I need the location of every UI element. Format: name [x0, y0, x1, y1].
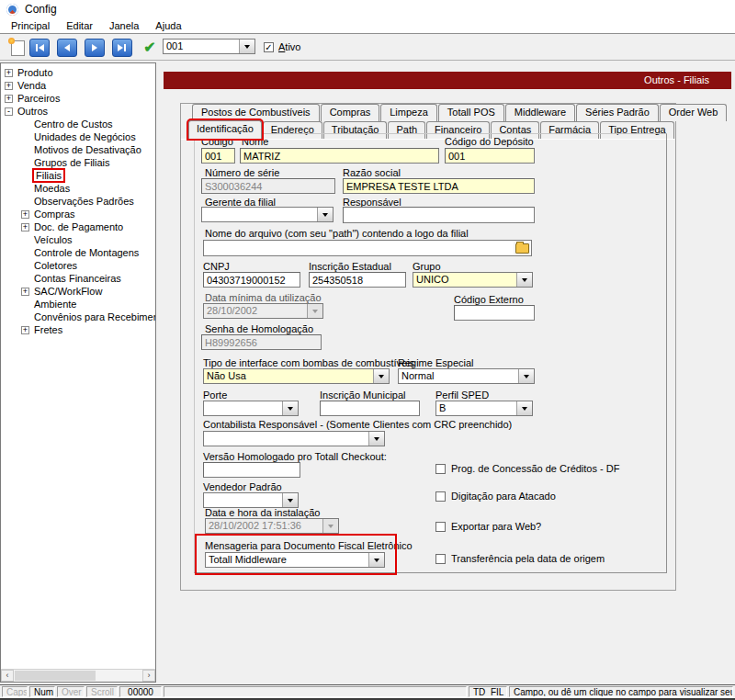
- last-record-icon: [118, 44, 123, 51]
- tab-identificacao[interactable]: Identificação: [188, 120, 262, 139]
- next-record-button[interactable]: [85, 39, 105, 57]
- scroll-indicator: Scroll: [86, 686, 118, 697]
- config-window: Config Principal Editar Janela Ajuda ✔ 0…: [0, 0, 735, 700]
- menu-bar: Principal Editar Janela Ajuda: [0, 18, 735, 34]
- scrollbar-thumb[interactable]: [15, 671, 96, 681]
- perfil-sped-combo[interactable]: B: [435, 401, 533, 416]
- expand-icon[interactable]: +: [21, 326, 29, 334]
- tree-item-ambiente[interactable]: Ambiente: [1, 298, 155, 310]
- record-selector-dropdown-button[interactable]: [239, 40, 254, 53]
- tab-totall-pos[interactable]: Totall POS: [438, 104, 504, 121]
- expand-icon[interactable]: +: [5, 82, 13, 90]
- menu-ajuda[interactable]: Ajuda: [147, 18, 189, 33]
- tree-item-compras[interactable]: +Compras: [1, 208, 155, 220]
- first-record-icon: [36, 44, 38, 51]
- contabilista-combo[interactable]: [203, 431, 385, 446]
- razao-social-field[interactable]: [343, 178, 535, 194]
- caps-indicator: Caps: [2, 686, 28, 697]
- chevron-down-icon: [322, 213, 328, 217]
- expand-icon[interactable]: +: [21, 288, 29, 296]
- chevron-down-icon: [522, 407, 527, 411]
- tree-item-motivos-de-desativacao[interactable]: Motivos de Desativação: [1, 143, 155, 156]
- chevron-down-icon: [379, 375, 384, 378]
- tree-item-fretes[interactable]: +Fretes: [1, 323, 155, 336]
- tree-item-parceiros[interactable]: +Parceiros: [1, 92, 155, 105]
- expand-icon[interactable]: +: [5, 95, 13, 103]
- numero-serie-label: Número de série: [205, 168, 279, 178]
- logo-filial-field[interactable]: [203, 240, 532, 256]
- tree-item-unidades-de-negocios[interactable]: Unidades de Negócios: [1, 130, 155, 143]
- nome-field[interactable]: [240, 148, 439, 164]
- prog-concessao-checkbox[interactable]: Prog. de Concessão de Créditos - DF: [435, 463, 619, 474]
- scroll-left-icon[interactable]: ‹: [1, 670, 14, 682]
- inscricao-municipal-field[interactable]: [320, 401, 420, 416]
- mensageria-label: Mensageria para Documento Fiscal Eletrôn…: [205, 541, 413, 551]
- cnpj-field[interactable]: [203, 272, 300, 288]
- tree-item-controle-de-montagens[interactable]: Controle de Montagens: [1, 246, 155, 259]
- vendedor-padrao-combo[interactable]: [203, 492, 299, 508]
- tab-series-padrao[interactable]: Séries Padrão: [576, 104, 659, 121]
- tree-item-moedas[interactable]: Moedas: [1, 182, 155, 195]
- tree-item-venda[interactable]: +Venda: [1, 79, 155, 92]
- new-record-button[interactable]: [7, 39, 28, 57]
- porte-combo[interactable]: [203, 401, 299, 416]
- scroll-right-icon[interactable]: ›: [142, 670, 155, 682]
- codigo-deposito-label: Código do Depósito: [445, 137, 534, 147]
- previous-record-button[interactable]: [57, 39, 77, 57]
- codigo-deposito-field[interactable]: [445, 148, 535, 164]
- tree-item-centro-de-custos[interactable]: Centro de Custos: [1, 118, 155, 130]
- tab-row-1: Postos de Combustíveis Compras Limpeza T…: [181, 104, 675, 121]
- tab-middleware[interactable]: Middleware: [505, 104, 575, 121]
- tree-item-convenios[interactable]: Convênios para Recebimentos c: [1, 310, 155, 323]
- menu-principal[interactable]: Principal: [3, 18, 58, 33]
- selected-tree-item-annotation: Filiais: [34, 170, 63, 181]
- cnpj-label: CNPJ: [203, 262, 230, 272]
- chevron-down-icon: [312, 310, 318, 313]
- checkbox-checked-icon: ✓: [264, 42, 274, 52]
- codigo-externo-field[interactable]: [454, 305, 535, 321]
- status-bar: Caps Num Over Scroll 00000 TD_FIL Campo,…: [0, 684, 735, 698]
- regime-especial-combo[interactable]: Normal: [398, 368, 535, 384]
- exportar-web-checkbox[interactable]: Exportar para Web?: [435, 521, 541, 532]
- contabilista-label: Contabilista Responsável - (Somente Clie…: [203, 420, 512, 430]
- tree-item-contas-financeiras[interactable]: Contas Financeiras: [1, 272, 155, 285]
- tab-order-web[interactable]: Order Web: [660, 104, 728, 121]
- status-spacer-panel: [164, 686, 467, 697]
- collapse-icon[interactable]: -: [5, 107, 13, 116]
- tipo-interface-bombas-combo[interactable]: Não Usa: [203, 368, 390, 384]
- ativo-checkbox[interactable]: ✓ Ativo: [264, 41, 300, 52]
- tree-item-veiculos[interactable]: Veículos: [1, 233, 155, 246]
- digitacao-atacado-checkbox[interactable]: Digitação para Atacado: [435, 491, 556, 502]
- menu-editar[interactable]: Editar: [58, 18, 101, 33]
- confirm-button[interactable]: ✔: [140, 39, 160, 57]
- versao-checkout-field[interactable]: [203, 462, 300, 478]
- expand-icon[interactable]: +: [21, 223, 29, 231]
- tree-item-observacoes-padroes[interactable]: Observações Padrões: [1, 195, 155, 208]
- browse-folder-button[interactable]: [514, 242, 530, 254]
- confirm-check-icon: ✔: [143, 40, 155, 55]
- tab-compras[interactable]: Compras: [321, 104, 380, 121]
- mensageria-combo[interactable]: Totall Middleware: [205, 552, 385, 568]
- gerente-filial-combo[interactable]: [201, 207, 334, 222]
- responsavel-field[interactable]: [343, 207, 535, 223]
- tree-item-outros[interactable]: -Outros: [1, 105, 155, 118]
- menu-janela[interactable]: Janela: [101, 18, 147, 33]
- tab-limpeza[interactable]: Limpeza: [380, 104, 437, 121]
- tree-item-coletores[interactable]: Coletores: [1, 259, 155, 272]
- grupo-combo[interactable]: UNICO: [413, 272, 533, 288]
- tab-postos-de-combustiveis[interactable]: Postos de Combustíveis: [192, 104, 320, 121]
- first-record-button[interactable]: [29, 39, 50, 57]
- tree-item-doc-de-pagamento[interactable]: +Doc. de Pagamento: [1, 220, 155, 233]
- tree-item-filiais[interactable]: Filiais: [1, 169, 155, 182]
- expand-icon[interactable]: +: [21, 210, 29, 219]
- tree-horizontal-scrollbar[interactable]: ‹ ›: [1, 669, 155, 683]
- tree-item-produto[interactable]: +Produto: [1, 66, 155, 79]
- record-selector-combo[interactable]: 001: [163, 39, 255, 54]
- last-record-button[interactable]: [112, 39, 132, 57]
- transferencia-data-origem-checkbox[interactable]: Transferência pela data de origem: [435, 553, 605, 564]
- codigo-field[interactable]: [201, 148, 235, 164]
- tree-item-sac-workflow[interactable]: +SAC/WorkFlow: [1, 285, 155, 298]
- inscricao-estadual-field[interactable]: [309, 272, 406, 288]
- expand-icon[interactable]: +: [5, 69, 13, 77]
- tree-item-grupos-de-filiais[interactable]: Grupos de Filiais: [1, 156, 155, 169]
